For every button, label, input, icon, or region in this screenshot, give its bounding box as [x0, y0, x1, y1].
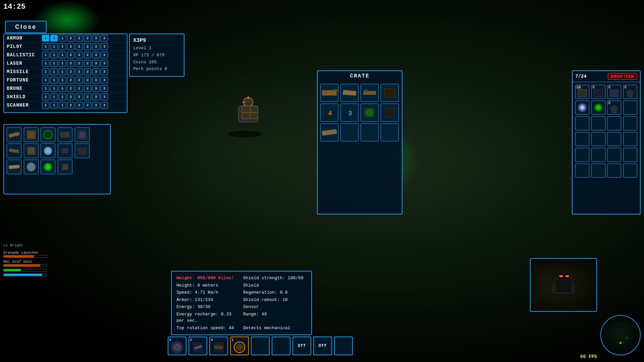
skill-pip-laser-5[interactable]: 2	[84, 60, 91, 67]
inv-slot-20[interactable]	[623, 148, 637, 162]
inv-slot-22[interactable]	[591, 164, 605, 178]
skill-pip-scanner-3[interactable]: 2	[67, 102, 74, 109]
skill-pip-laser-3[interactable]: 2	[67, 60, 74, 67]
action-slot-2[interactable]: 2	[189, 337, 207, 355]
crate-slot-5[interactable]: 4	[320, 104, 338, 122]
skill-pip-pilot-2[interactable]: 1	[59, 43, 66, 50]
skill-pip-drone-1[interactable]: 1	[50, 85, 58, 92]
crate-slot-1[interactable]	[320, 84, 338, 102]
skill-pip-laser-2[interactable]: 1	[59, 60, 66, 67]
inv-slot-17[interactable]	[575, 148, 589, 162]
skill-pip-ballistic-1[interactable]: 1	[50, 52, 58, 58]
skill-row-pilot[interactable]: Pilot11122233	[4, 43, 127, 51]
equip-slot-12[interactable]	[24, 160, 39, 174]
skill-pip-fortune-3[interactable]: 2	[67, 77, 74, 83]
skill-row-laser[interactable]: Laser11122233	[4, 59, 127, 68]
skill-pip-pilot-5[interactable]: 2	[84, 43, 91, 50]
skill-row-drone[interactable]: Drone11122233	[4, 84, 127, 93]
skill-pip-ballistic-6[interactable]: 3	[92, 52, 100, 58]
skill-pip-scanner-7[interactable]: 3	[101, 102, 108, 109]
equip-slot-5[interactable]	[75, 127, 90, 142]
skill-pip-fortune-4[interactable]: 2	[75, 77, 83, 83]
skill-pip-drone-4[interactable]: 2	[75, 85, 83, 92]
inv-slot-5[interactable]	[575, 101, 589, 115]
skill-pip-drone-5[interactable]: 2	[84, 85, 91, 92]
action-slot-4[interactable]: 1	[230, 337, 249, 355]
skill-pip-scanner-2[interactable]: 1	[59, 102, 66, 109]
skill-pip-missile-5[interactable]: 2	[84, 68, 91, 75]
crate-slot-6[interactable]: 3	[340, 104, 359, 122]
skill-pip-ballistic-2[interactable]: 1	[59, 52, 66, 58]
inv-slot-13[interactable]	[575, 132, 589, 146]
skill-pip-scanner-5[interactable]: 2	[84, 102, 91, 109]
inv-slot-18[interactable]	[591, 148, 605, 162]
skill-pip-armor-1[interactable]: 1	[50, 35, 58, 42]
skill-pip-pilot-6[interactable]: 3	[92, 43, 100, 50]
crate-slot-2[interactable]	[340, 84, 359, 102]
skill-row-shield[interactable]: Shield11122233	[4, 93, 127, 101]
action-slot-5[interactable]	[251, 337, 270, 355]
skill-pip-drone-7[interactable]: 3	[101, 85, 108, 92]
skill-row-missile[interactable]: Missile11122233	[4, 68, 127, 76]
skill-pip-laser-7[interactable]: 3	[101, 60, 108, 67]
crate-slot-3[interactable]	[361, 84, 379, 102]
skill-pip-armor-4[interactable]: 2	[75, 35, 83, 42]
skill-pip-scanner-1[interactable]: 1	[50, 102, 58, 109]
crate-slot-11[interactable]	[361, 123, 379, 141]
inv-slot-4[interactable]: 2	[623, 85, 637, 99]
action-slot-9[interactable]	[334, 337, 353, 355]
skill-pip-ballistic-0[interactable]: 1	[42, 52, 49, 58]
skill-row-scanner[interactable]: Scanner11122233	[4, 101, 127, 110]
inv-slot-1[interactable]: 10	[575, 85, 589, 99]
close-button[interactable]: Close	[5, 21, 47, 33]
inv-slot-3[interactable]: 2	[607, 85, 621, 99]
skill-pip-missile-0[interactable]: 1	[42, 68, 49, 75]
skill-pip-pilot-7[interactable]: 3	[101, 43, 108, 50]
skill-row-fortune[interactable]: Fortune11122233	[4, 76, 127, 84]
skill-pip-laser-6[interactable]: 3	[92, 60, 100, 67]
equip-slot-2[interactable]	[24, 127, 39, 142]
inv-slot-23[interactable]	[607, 164, 621, 178]
skill-pip-drone-3[interactable]: 2	[67, 85, 74, 92]
skill-pip-missile-1[interactable]: 1	[50, 68, 58, 75]
skill-pip-ballistic-4[interactable]: 2	[75, 52, 83, 58]
skill-pip-armor-0[interactable]: 1	[42, 35, 49, 42]
skill-pip-scanner-0[interactable]: 1	[42, 102, 49, 109]
crate-slot-4[interactable]	[381, 84, 399, 102]
skill-pip-armor-7[interactable]: 3	[101, 35, 108, 42]
skill-pip-shield-4[interactable]: 2	[75, 94, 83, 100]
inv-slot-12[interactable]	[623, 116, 637, 130]
skill-pip-shield-7[interactable]: 3	[101, 94, 108, 100]
inv-slot-14[interactable]	[591, 132, 605, 146]
skill-pip-ballistic-5[interactable]: 2	[84, 52, 91, 58]
skill-pip-laser-0[interactable]: 1	[42, 60, 49, 67]
skill-pip-pilot-0[interactable]: 1	[42, 43, 49, 50]
skill-pip-scanner-4[interactable]: 2	[75, 102, 83, 109]
skill-pip-armor-5[interactable]: 2	[84, 35, 91, 42]
skill-pip-fortune-5[interactable]: 2	[84, 77, 91, 83]
skill-pip-shield-0[interactable]: 1	[42, 94, 49, 100]
skill-pip-laser-4[interactable]: 2	[75, 60, 83, 67]
equip-slot-9[interactable]	[58, 143, 72, 158]
crate-slot-10[interactable]	[340, 123, 359, 141]
skill-pip-pilot-4[interactable]: 2	[75, 43, 83, 50]
equip-slot-3[interactable]	[41, 127, 55, 142]
skill-pip-missile-7[interactable]: 3	[101, 68, 108, 75]
skill-pip-fortune-2[interactable]: 1	[59, 77, 66, 83]
skill-pip-drone-2[interactable]: 1	[59, 85, 66, 92]
inv-slot-15[interactable]	[607, 132, 621, 146]
action-slot-1[interactable]: 2	[168, 337, 186, 355]
inv-slot-21[interactable]	[575, 164, 589, 178]
equip-slot-10[interactable]	[75, 143, 90, 158]
equip-slot-8[interactable]	[41, 143, 55, 158]
equip-slot-14[interactable]	[58, 160, 72, 174]
equip-slot-7[interactable]	[24, 143, 39, 158]
skill-pip-scanner-6[interactable]: 3	[92, 102, 100, 109]
inv-slot-19[interactable]	[607, 148, 621, 162]
skill-pip-laser-1[interactable]: 1	[50, 60, 58, 67]
action-slot-8-off[interactable]: Off	[313, 337, 332, 355]
skill-pip-fortune-0[interactable]: 1	[42, 77, 49, 83]
inv-slot-10[interactable]	[591, 116, 605, 130]
crate-slot-12[interactable]	[381, 123, 399, 141]
skill-row-ballistic[interactable]: Ballistic11122233	[4, 51, 127, 59]
